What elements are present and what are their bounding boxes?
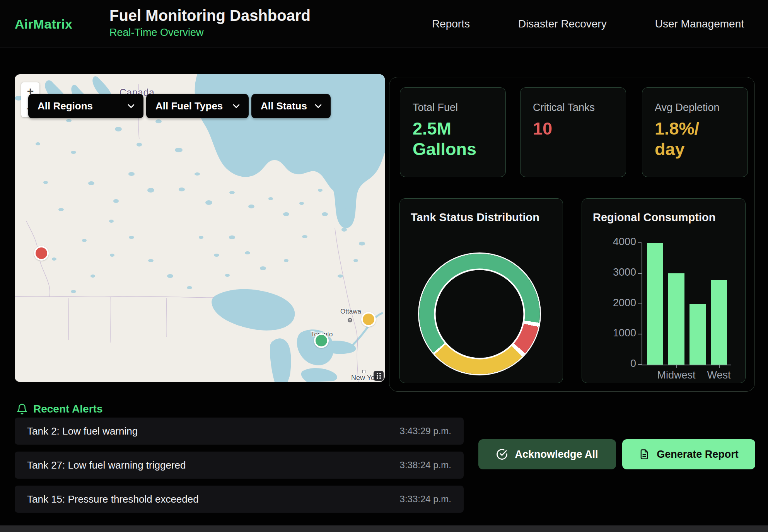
nav-reports[interactable]: Reports (432, 18, 470, 30)
acknowledge-all-label: Acknowledge All (515, 448, 598, 460)
x-tick-label: Midwest (657, 369, 695, 381)
alert-text: Tank 15: Pressure threshold exceeded (27, 493, 199, 505)
regional-consumption-card: Regional Consumption 01000200030004000Mi… (582, 198, 746, 383)
bar-2[interactable] (689, 304, 706, 365)
bar-chart-title: Regional Consumption (593, 211, 715, 224)
page-subtitle: Real-Time Overview (109, 27, 311, 39)
map-tank-marker-1[interactable] (361, 312, 376, 327)
stat-value: 10 (533, 118, 614, 139)
alert-time: 3:43:29 p.m. (400, 426, 451, 437)
y-tick-label: 4000 (613, 236, 636, 248)
fuel-type-filter-value: All Fuel Types (155, 100, 223, 112)
map-label-ottawa: Ottawa (340, 308, 361, 315)
stat-card-avg-depletion: Avg Depletion 1.8%/ day (642, 87, 748, 177)
stat-card-total-fuel: Total Fuel 2.5M Gallons (400, 87, 506, 177)
nav-user-management[interactable]: User Management (655, 18, 744, 30)
map-canvas[interactable]: Canada Ottawa Toronto New York + − All R… (15, 74, 385, 382)
stat-label: Critical Tanks (533, 102, 614, 114)
alert-row[interactable]: Tank 15: Pressure threshold exceeded 3:3… (15, 486, 464, 513)
acknowledge-all-button[interactable]: Acknowledge All (478, 439, 616, 469)
drag-dots-icon (377, 373, 378, 374)
title-block: Fuel Monitoring Dashboard Real-Time Over… (109, 6, 311, 39)
new-york-town-icon (362, 370, 365, 373)
ottawa-town-icon (348, 318, 352, 322)
alerts-section-title: Recent Alerts (33, 403, 102, 415)
bar-1[interactable] (668, 273, 684, 365)
chevron-down-icon (232, 104, 240, 109)
nav-disaster-recovery[interactable]: Disaster Recovery (518, 18, 607, 30)
stat-card-critical-tanks: Critical Tanks 10 (520, 87, 626, 177)
stat-label: Total Fuel (413, 102, 494, 114)
x-tick-mark (719, 365, 720, 368)
metrics-panel: Total Fuel 2.5M Gallons Critical Tanks 1… (389, 77, 755, 392)
bar-column (647, 243, 663, 365)
status-filter-value: All Status (261, 100, 307, 112)
bar-plot: 01000200030004000MidwestWest (642, 243, 731, 365)
alert-time: 3:38:24 p.m. (400, 460, 451, 471)
bar-3[interactable] (711, 280, 727, 365)
region-filter-dropdown[interactable]: All Regions (28, 94, 143, 118)
alert-row[interactable]: Tank 2: Low fuel warning 3:43:29 p.m. (15, 418, 464, 445)
bar-column: Midwest (668, 243, 684, 365)
y-tick-mark (638, 273, 642, 274)
bar-0[interactable] (647, 243, 663, 365)
alerts-header: Recent Alerts (16, 403, 102, 415)
y-tick-label: 3000 (613, 266, 636, 278)
status-filter-dropdown[interactable]: All Status (251, 94, 331, 118)
alert-row[interactable]: Tank 27: Low fuel warning triggered 3:38… (15, 452, 464, 479)
donut-chart[interactable] (419, 254, 540, 374)
map-tank-marker-2[interactable] (314, 333, 329, 348)
y-tick-mark (638, 304, 642, 304)
y-tick-label: 2000 (613, 297, 636, 309)
app-logo[interactable]: AirMatrix (15, 0, 72, 48)
bars-group: MidwestWest (642, 243, 731, 365)
bar-column: West (711, 243, 727, 365)
fuel-monitoring-dashboard: AirMatrix Fuel Monitoring Dashboard Real… (0, 0, 768, 532)
stat-label: Avg Depletion (655, 102, 736, 114)
generate-report-button[interactable]: Generate Report (622, 439, 755, 469)
stat-value: 2.5M Gallons (413, 118, 494, 159)
donut-hole (434, 269, 525, 360)
region-filter-value: All Regions (38, 100, 93, 112)
header: AirMatrix Fuel Monitoring Dashboard Real… (0, 0, 768, 48)
y-tick-mark (638, 334, 642, 334)
tank-status-card: Tank Status Distribution (399, 198, 563, 383)
fuel-type-filter-dropdown[interactable]: All Fuel Types (146, 94, 249, 118)
donut-chart-title: Tank Status Distribution (411, 211, 539, 224)
y-tick-mark (638, 364, 642, 365)
bell-icon (16, 403, 28, 415)
bar-column (689, 243, 706, 365)
x-tick-mark (676, 365, 677, 368)
stat-value: 1.8%/ day (655, 118, 736, 159)
y-tick-mark (638, 242, 642, 243)
map-resize-handle[interactable] (374, 371, 384, 381)
alert-text: Tank 2: Low fuel warning (27, 425, 138, 437)
generate-report-label: Generate Report (657, 448, 739, 460)
y-tick-label: 0 (630, 358, 636, 370)
chevron-down-icon (127, 104, 135, 109)
chevron-down-icon (314, 104, 322, 109)
y-tick-label: 1000 (613, 327, 636, 339)
bottom-scrollbar[interactable] (0, 525, 768, 532)
x-tick-label: West (707, 369, 730, 381)
page-title: Fuel Monitoring Dashboard (109, 6, 311, 25)
document-icon (639, 449, 650, 460)
map-tank-marker-0[interactable] (34, 246, 49, 261)
check-circle-icon (496, 448, 508, 460)
alert-text: Tank 27: Low fuel warning triggered (27, 459, 186, 471)
main-nav: Reports Disaster Recovery User Managemen… (432, 0, 744, 48)
alert-time: 3:33:24 p.m. (400, 494, 451, 505)
